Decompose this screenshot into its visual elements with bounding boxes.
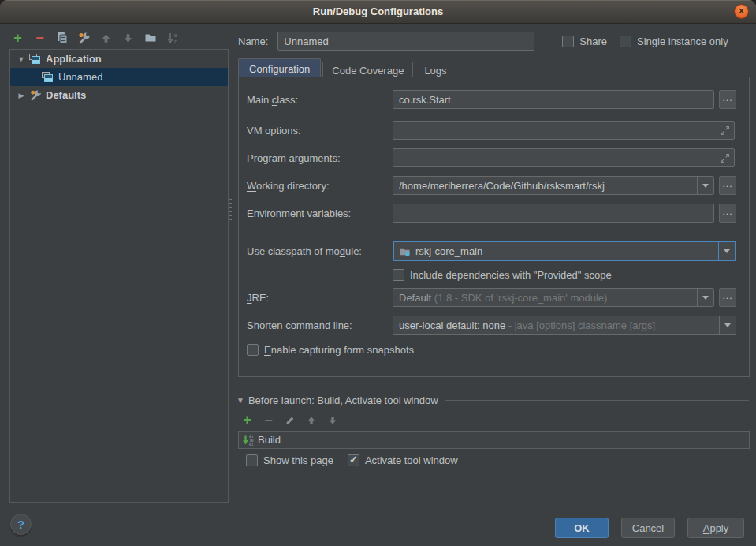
expanded-arrow-icon[interactable]: ▼ <box>17 55 26 63</box>
build-icon: 011001 <box>242 434 255 447</box>
share-label: Share <box>579 36 607 47</box>
before-launch-move-down-button[interactable] <box>326 413 339 427</box>
arrow-down-icon <box>122 32 134 44</box>
program-arguments-input[interactable] <box>399 149 720 166</box>
activate-tool-window-checkbox[interactable] <box>348 454 359 466</box>
copy-icon <box>56 32 69 44</box>
vm-options-label: VM options: <box>247 125 393 136</box>
pencil-icon <box>285 415 296 426</box>
main-class-field[interactable]: co.rsk.Start <box>393 90 714 109</box>
main-class-browse-button[interactable]: ... <box>719 90 736 109</box>
tree-item-application[interactable]: ▼ Application <box>10 50 228 68</box>
working-directory-label: Working directory: <box>247 180 393 192</box>
configurations-tree: ▼ Application Unnamed ▶ Defaults <box>9 49 229 503</box>
environment-variables-field[interactable] <box>393 204 714 223</box>
include-dependencies-checkbox[interactable] <box>393 269 404 281</box>
environment-variables-browse-button[interactable]: ... <box>719 204 736 223</box>
title-bar[interactable]: Run/Debug Configurations × <box>0 0 756 24</box>
single-instance-label: Single instance only <box>637 36 728 47</box>
move-up-button[interactable] <box>99 32 113 45</box>
svg-text:z: z <box>173 39 177 44</box>
configurations-toolbar: + − az <box>11 29 179 47</box>
before-launch-options-row: Show this page Activate tool window <box>246 454 458 466</box>
activate-tool-window-label: Activate tool window <box>365 454 458 466</box>
move-down-button[interactable] <box>121 32 135 45</box>
before-launch-add-button[interactable]: + <box>240 413 254 427</box>
minus-icon: − <box>264 415 273 426</box>
sort-configurations-button[interactable]: az <box>166 32 179 45</box>
close-icon[interactable]: × <box>734 4 749 19</box>
minus-icon: − <box>35 32 44 43</box>
include-dependencies-row: Include dependencies with "Provided" sco… <box>247 269 736 281</box>
use-classpath-combobox[interactable]: rskj-core_main <box>393 241 736 261</box>
environment-variables-input[interactable] <box>399 204 713 222</box>
name-input[interactable] <box>277 32 534 51</box>
working-directory-combobox[interactable]: /home/meriherrera/Code/Github/rsksmart/r… <box>393 176 714 195</box>
tree-item-unnamed[interactable]: Unnamed <box>10 68 228 86</box>
run-debug-configurations-dialog: Run/Debug Configurations × + − az ▼ Appl… <box>0 0 756 546</box>
before-launch-header: ▼ Before launch: Build, Activate tool wi… <box>236 395 749 406</box>
collapsed-arrow-icon[interactable]: ▶ <box>17 92 26 99</box>
svg-text:a: a <box>173 32 177 38</box>
working-directory-dropdown-button[interactable] <box>697 177 713 194</box>
chevron-down-icon <box>724 323 731 327</box>
use-classpath-row: Use classpath of module: rskj-core_main <box>247 241 736 261</box>
jre-dropdown-button[interactable] <box>697 289 713 306</box>
name-row: Name: Share Single instance only <box>238 32 749 51</box>
vm-options-field[interactable] <box>393 121 735 140</box>
collapse-arrow-icon[interactable]: ▼ <box>236 396 244 405</box>
activate-tool-window-checkbox-group[interactable]: Activate tool window <box>348 454 458 466</box>
jre-row: JRE: Default (1.8 - SDK of 'rskj-core_ma… <box>247 288 736 307</box>
main-class-label: Main class: <box>247 94 393 106</box>
copy-configuration-button[interactable] <box>55 32 69 45</box>
environment-variables-row: Environment variables: ... <box>247 204 736 223</box>
application-icon <box>29 54 42 65</box>
plus-icon: + <box>243 414 251 426</box>
cancel-button[interactable]: Cancel <box>621 518 675 538</box>
share-checkbox[interactable] <box>562 36 574 47</box>
create-folder-button[interactable] <box>143 32 157 45</box>
working-directory-row: Working directory: /home/meriherrera/Cod… <box>247 176 736 195</box>
show-this-page-checkbox[interactable] <box>246 454 258 466</box>
svg-text:01: 01 <box>249 443 254 447</box>
sort-az-icon: az <box>166 32 179 44</box>
expand-field-icon[interactable] <box>720 153 730 163</box>
remove-configuration-button[interactable]: − <box>33 32 47 45</box>
expand-field-icon[interactable] <box>720 125 730 136</box>
use-classpath-dropdown-button[interactable] <box>718 242 735 260</box>
working-directory-browse-button[interactable]: ... <box>719 176 736 195</box>
show-this-page-checkbox-group[interactable]: Show this page <box>246 454 333 466</box>
share-checkbox-group[interactable]: Share <box>562 36 607 47</box>
separator-line <box>445 400 749 401</box>
enable-capturing-checkbox-group[interactable]: Enable capturing form snapshots <box>247 344 414 356</box>
edit-defaults-button[interactable] <box>77 32 91 45</box>
before-launch-edit-button[interactable] <box>283 413 296 427</box>
enable-capturing-checkbox[interactable] <box>247 344 259 356</box>
program-arguments-field[interactable] <box>393 148 735 167</box>
apply-button[interactable]: Apply <box>687 518 744 538</box>
add-configuration-button[interactable]: + <box>11 32 24 45</box>
arrow-up-icon <box>100 32 112 44</box>
tree-item-defaults[interactable]: ▶ Defaults <box>10 86 228 104</box>
build-task-item[interactable]: Build <box>258 434 281 446</box>
vm-options-input[interactable] <box>399 122 720 139</box>
before-launch-label: Before launch: Build, Activate tool wind… <box>248 395 438 406</box>
before-launch-toolbar: + − <box>240 413 339 427</box>
shorten-command-line-dropdown-button[interactable] <box>719 316 736 334</box>
jre-label: JRE: <box>247 292 393 304</box>
single-instance-checkbox-group[interactable]: Single instance only <box>620 36 728 47</box>
arrow-down-icon <box>327 415 338 426</box>
shorten-command-line-combobox[interactable]: user-local default: none - java [options… <box>393 316 736 335</box>
application-icon <box>42 72 54 83</box>
panel-splitter-handle[interactable] <box>229 199 232 223</box>
single-instance-checkbox[interactable] <box>620 36 631 47</box>
include-dependencies-checkbox-group[interactable]: Include dependencies with "Provided" sco… <box>393 269 612 281</box>
module-icon <box>399 245 411 257</box>
dialog-buttons: OK Cancel Apply <box>0 518 744 538</box>
before-launch-move-up-button[interactable] <box>304 413 318 427</box>
use-classpath-label: Use classpath of module: <box>247 245 393 257</box>
ok-button[interactable]: OK <box>555 518 609 538</box>
jre-combobox[interactable]: Default (1.8 - SDK of 'rskj-core_main' m… <box>393 288 714 307</box>
jre-browse-button[interactable]: ... <box>719 288 736 307</box>
before-launch-remove-button[interactable]: − <box>262 413 275 427</box>
